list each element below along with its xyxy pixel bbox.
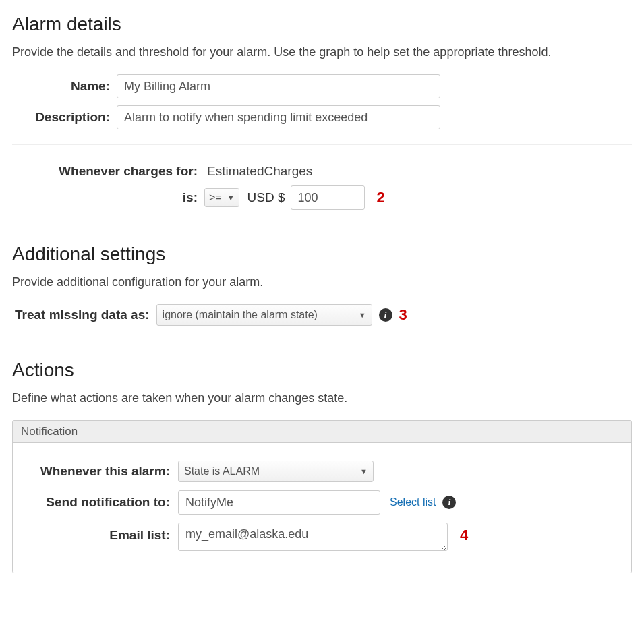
callout-marker-4: 4 [460, 523, 468, 544]
alarm-state-select[interactable]: State is ALARM ▼ [178, 461, 374, 482]
name-label: Name: [12, 79, 117, 94]
whenever-charges-label: Whenever charges for: [12, 164, 204, 179]
additional-settings-heading: Additional settings [12, 243, 632, 265]
select-list-link[interactable]: Select list [390, 496, 436, 508]
notification-topic-input[interactable] [178, 490, 380, 515]
email-list-input[interactable] [178, 523, 448, 551]
metric-name-text: EstimatedCharges [204, 164, 312, 179]
alarm-details-description: Provide the details and threshold for yo… [12, 45, 632, 59]
threshold-operator-select[interactable]: >= ▼ [204, 188, 239, 207]
divider [12, 384, 632, 384]
divider [12, 38, 632, 38]
currency-label: USD $ [247, 190, 285, 205]
notification-panel-title: Notification [13, 421, 631, 443]
treat-missing-data-label: Treat missing data as: [15, 308, 156, 322]
is-label: is: [12, 190, 204, 205]
send-notification-to-label: Send notification to: [20, 495, 178, 510]
actions-heading: Actions [12, 359, 632, 381]
info-icon[interactable]: i [442, 496, 456, 509]
callout-marker-2: 2 [377, 189, 385, 206]
actions-description: Define what actions are taken when your … [12, 391, 632, 405]
additional-settings-description: Provide additional configuration for you… [12, 275, 632, 289]
chevron-down-icon: ▼ [227, 194, 235, 202]
alarm-details-heading: Alarm details [12, 13, 632, 35]
alarm-name-input[interactable] [117, 74, 440, 98]
whenever-this-alarm-label: Whenever this alarm: [20, 464, 178, 479]
treat-missing-data-select[interactable]: ignore (maintain the alarm state) ▼ [156, 304, 372, 326]
alarm-state-value: State is ALARM [184, 465, 260, 477]
email-list-label: Email list: [20, 523, 178, 543]
operator-value: >= [209, 192, 222, 204]
info-icon[interactable]: i [379, 308, 392, 322]
alarm-description-input[interactable] [117, 105, 440, 129]
chevron-down-icon: ▼ [359, 311, 366, 319]
threshold-amount-input[interactable] [291, 185, 365, 210]
treat-missing-data-value: ignore (maintain the alarm state) [163, 309, 318, 321]
notification-panel: Notification Whenever this alarm: State … [12, 420, 632, 573]
divider [12, 268, 632, 268]
description-label: Description: [12, 110, 117, 125]
chevron-down-icon: ▼ [360, 467, 368, 475]
callout-marker-3: 3 [399, 306, 407, 324]
